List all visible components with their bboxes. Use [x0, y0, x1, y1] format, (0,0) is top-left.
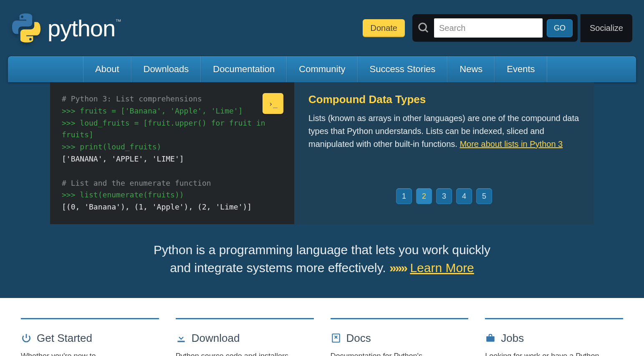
- download-icon: [176, 333, 187, 343]
- pager-5[interactable]: 5: [476, 188, 492, 204]
- nav-events[interactable]: Events: [495, 56, 547, 82]
- tagline: Python is a programming language that le…: [0, 224, 644, 298]
- col-title: Get Started: [37, 332, 92, 345]
- search-bar: GO: [412, 14, 578, 42]
- python-logo-icon: [10, 12, 43, 44]
- nav-about[interactable]: About: [83, 56, 131, 82]
- launch-shell-button[interactable]: ›_: [263, 93, 283, 114]
- nav-community[interactable]: Community: [287, 56, 357, 82]
- nav-news[interactable]: News: [447, 56, 495, 82]
- docs-icon: [331, 333, 341, 343]
- col-text: Whether you're new to: [21, 351, 159, 356]
- learn-more-link[interactable]: Learn More: [410, 261, 474, 275]
- desc-link[interactable]: More about lists in Python 3: [460, 139, 563, 149]
- col-text: Python source code and installers: [176, 351, 314, 356]
- nav-downloads[interactable]: Downloads: [131, 56, 201, 82]
- svg-rect-3: [332, 334, 339, 343]
- briefcase-icon: [485, 333, 496, 343]
- go-button[interactable]: GO: [547, 19, 573, 37]
- nav-documentation[interactable]: Documentation: [201, 56, 287, 82]
- pager: 1 2 3 4 5: [308, 188, 580, 204]
- logo-text: python™: [48, 15, 115, 42]
- search-input[interactable]: [434, 18, 543, 38]
- description-panel: Compound Data Types Lists (known as arra…: [294, 82, 594, 224]
- hero: ›_ # Python 3: List comprehensions >>> f…: [50, 82, 594, 224]
- col-jobs: Jobs Looking for work or have a Python: [485, 318, 623, 356]
- col-title: Docs: [346, 332, 371, 345]
- pager-2[interactable]: 2: [416, 188, 432, 204]
- desc-title: Compound Data Types: [308, 93, 580, 106]
- col-download: Download Python source code and installe…: [176, 318, 314, 356]
- logo[interactable]: python™: [10, 12, 115, 44]
- info-columns: Get Started Whether you're new to Downlo…: [0, 298, 644, 356]
- col-text: Documentation for Python's: [331, 351, 469, 356]
- col-text: Looking for work or have a Python: [485, 351, 623, 356]
- donate-button[interactable]: Donate: [363, 19, 405, 37]
- header: python™ Donate GO Socialize: [0, 0, 644, 56]
- svg-point-0: [419, 23, 427, 31]
- power-icon: [21, 333, 32, 343]
- code-panel: ›_ # Python 3: List comprehensions >>> f…: [50, 82, 294, 224]
- pager-3[interactable]: 3: [436, 188, 452, 204]
- col-docs: Docs Documentation for Python's: [331, 318, 469, 356]
- col-title: Jobs: [501, 332, 524, 345]
- col-title: Download: [192, 332, 240, 345]
- nav-success-stories[interactable]: Success Stories: [358, 56, 448, 82]
- pager-4[interactable]: 4: [456, 188, 472, 204]
- col-get-started: Get Started Whether you're new to: [21, 318, 159, 356]
- main-nav: About Downloads Documentation Community …: [8, 56, 636, 82]
- code-sample: # Python 3: List comprehensions >>> frui…: [62, 93, 283, 213]
- svg-rect-4: [487, 336, 495, 342]
- desc-text: Lists (known as arrays in other language…: [308, 112, 580, 151]
- svg-rect-2: [177, 341, 184, 342]
- pager-1[interactable]: 1: [396, 188, 412, 204]
- svg-line-1: [425, 30, 428, 32]
- search-icon: [417, 22, 430, 34]
- socialize-link[interactable]: Socialize: [580, 14, 632, 42]
